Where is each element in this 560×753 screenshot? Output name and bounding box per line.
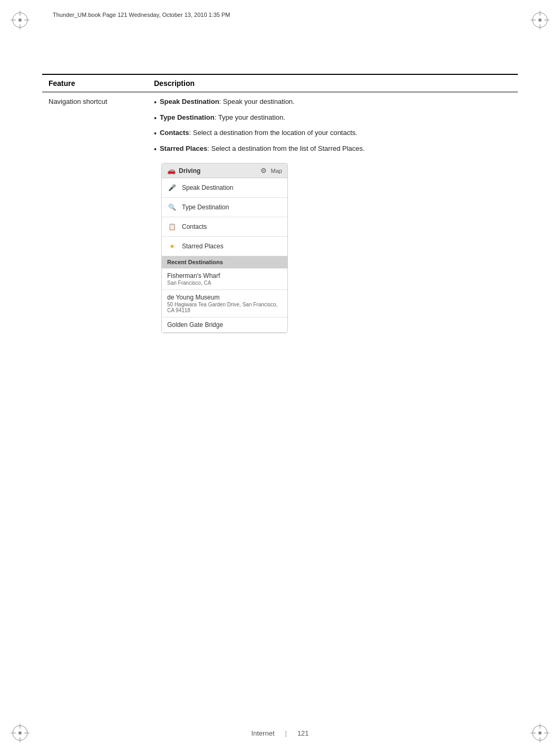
phone-header-left: 🚗 Driving	[167, 167, 200, 175]
list-item-type: Type Destination: Type your destination.	[154, 113, 511, 124]
dest-name-deyoung: de Young Museum	[167, 294, 282, 301]
header-text: Thunder_UM.book Page 121 Wednesday, Octo…	[53, 12, 507, 18]
bullet-speak-text: Speak Destination: Speak your destinatio…	[160, 98, 295, 105]
search-icon: 🔍	[167, 202, 177, 212]
contacts-bold: Contacts	[160, 129, 189, 137]
list-item-speak: Speak Destination: Speak your destinatio…	[154, 98, 511, 108]
bullet-list: Speak Destination: Speak your destinatio…	[154, 98, 511, 155]
type-rest: : Type your destination.	[215, 113, 285, 121]
crosshair-top-left	[11, 11, 30, 30]
list-item-contacts: Contacts: Select a destination from the …	[154, 129, 511, 139]
map-label[interactable]: Map	[271, 168, 282, 174]
dest-addr-deyoung: 50 Hagiwara Tea Garden Drive, San Franci…	[167, 302, 282, 313]
contacts-rest: : Select a destination from the location…	[189, 129, 358, 137]
starred-places-label: Starred Places	[182, 243, 224, 250]
dest-name-fishermans: Fisherman's Wharf	[167, 272, 282, 279]
phone-menu-type[interactable]: 🔍 Type Destination	[162, 198, 287, 217]
phone-header: 🚗 Driving ⚙ Map	[162, 163, 287, 178]
footer-page-number: 121	[297, 729, 309, 737]
driving-label[interactable]: Driving	[179, 167, 200, 175]
speak-destination-label: Speak Destination	[182, 184, 233, 191]
svg-point-1	[18, 18, 22, 22]
footer-left: Internet	[251, 729, 274, 737]
footer-divider: |	[285, 729, 287, 737]
speak-rest: : Speak your destination.	[219, 98, 295, 105]
dest-addr-fishermans: San Francisco, CA	[167, 280, 282, 286]
phone-header-right: ⚙ Map	[260, 167, 282, 175]
recent-destinations-header: Recent Destinations	[162, 256, 287, 268]
contacts-icon: 📋	[167, 222, 177, 231]
crosshair-top-right	[530, 11, 549, 30]
mic-icon: 🎤	[167, 183, 177, 192]
feature-table: Feature Description Navigation shortcut …	[42, 74, 518, 339]
dest-item-goldengate[interactable]: Golden Gate Bridge	[162, 317, 287, 333]
settings-icon[interactable]: ⚙	[260, 167, 267, 175]
col-description-header: Description	[148, 74, 518, 92]
contacts-label: Contacts	[182, 223, 207, 230]
phone-menu-starred[interactable]: ★ Starred Places	[162, 237, 287, 256]
type-bold: Type Destination	[160, 113, 215, 121]
footer: Internet | 121	[0, 729, 560, 737]
phone-menu-contacts[interactable]: 📋 Contacts	[162, 217, 287, 237]
bullet-contacts-text: Contacts: Select a destination from the …	[160, 129, 358, 137]
starred-rest: : Select a destination from the list of …	[207, 144, 364, 152]
feature-cell: Navigation shortcut	[42, 92, 148, 339]
dest-name-goldengate: Golden Gate Bridge	[167, 321, 282, 329]
phone-menu-speak[interactable]: 🎤 Speak Destination	[162, 178, 287, 198]
bullet-type-text: Type Destination: Type your destination.	[160, 113, 285, 121]
table-row: Navigation shortcut Speak Destination: S…	[42, 92, 518, 339]
description-cell: Speak Destination: Speak your destinatio…	[148, 92, 518, 339]
dest-item-deyoung[interactable]: de Young Museum 50 Hagiwara Tea Garden D…	[162, 290, 287, 317]
speak-bold: Speak Destination	[160, 98, 219, 105]
dest-item-fishermans[interactable]: Fisherman's Wharf San Francisco, CA	[162, 268, 287, 290]
phone-mockup: 🚗 Driving ⚙ Map 🎤 Speak Destination	[161, 163, 288, 333]
svg-point-7	[538, 18, 542, 22]
list-item-starred: Starred Places: Select a destination fro…	[154, 144, 511, 155]
car-icon: 🚗	[167, 167, 176, 175]
main-content: Feature Description Navigation shortcut …	[42, 42, 518, 716]
type-destination-label: Type Destination	[182, 204, 229, 211]
starred-bold: Starred Places	[160, 144, 207, 152]
bullet-starred-text: Starred Places: Select a destination fro…	[160, 144, 365, 152]
star-icon: ★	[167, 242, 177, 251]
col-feature-header: Feature	[42, 74, 148, 92]
